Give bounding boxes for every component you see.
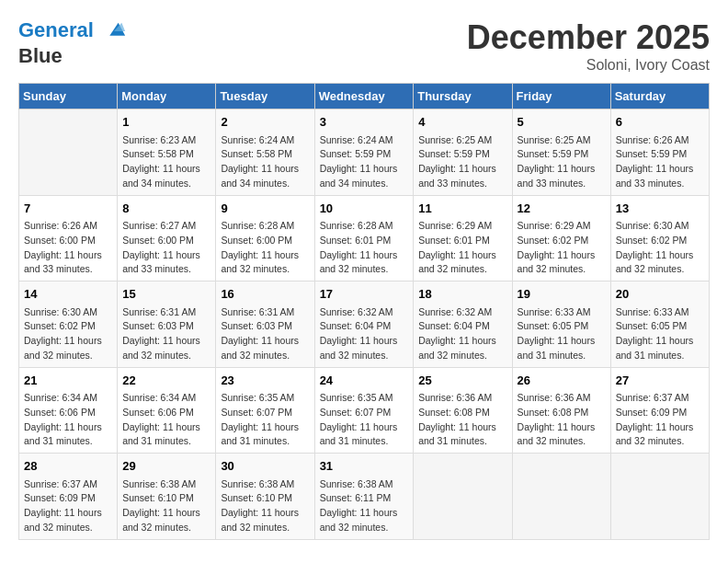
day-number: 17 bbox=[320, 285, 409, 304]
calendar-cell bbox=[512, 454, 610, 540]
calendar-cell bbox=[19, 109, 118, 196]
logo-general: General bbox=[18, 18, 94, 41]
day-detail: Sunrise: 6:24 AM Sunset: 5:59 PM Dayligh… bbox=[320, 133, 409, 191]
calendar-cell: 13Sunrise: 6:30 AM Sunset: 6:02 PM Dayli… bbox=[610, 195, 709, 282]
calendar-cell: 29Sunrise: 6:38 AM Sunset: 6:10 PM Dayli… bbox=[118, 454, 216, 540]
day-detail: Sunrise: 6:30 AM Sunset: 6:02 PM Dayligh… bbox=[616, 219, 704, 277]
day-detail: Sunrise: 6:35 AM Sunset: 6:07 PM Dayligh… bbox=[320, 391, 409, 449]
calendar-cell: 18Sunrise: 6:32 AM Sunset: 6:04 PM Dayli… bbox=[414, 282, 512, 368]
day-detail: Sunrise: 6:34 AM Sunset: 6:06 PM Dayligh… bbox=[24, 391, 112, 449]
day-number: 2 bbox=[221, 113, 309, 132]
day-header: Monday bbox=[118, 84, 216, 109]
calendar-cell: 5Sunrise: 6:25 AM Sunset: 5:59 PM Daylig… bbox=[512, 109, 610, 196]
day-number: 28 bbox=[24, 457, 112, 476]
day-detail: Sunrise: 6:38 AM Sunset: 6:10 PM Dayligh… bbox=[122, 477, 210, 535]
calendar-cell: 27Sunrise: 6:37 AM Sunset: 6:09 PM Dayli… bbox=[610, 367, 709, 454]
day-number: 16 bbox=[221, 285, 309, 304]
calendar-cell: 17Sunrise: 6:32 AM Sunset: 6:04 PM Dayli… bbox=[314, 282, 414, 368]
day-number: 19 bbox=[518, 285, 606, 304]
calendar-cell: 6Sunrise: 6:26 AM Sunset: 5:59 PM Daylig… bbox=[610, 109, 709, 196]
day-detail: Sunrise: 6:26 AM Sunset: 6:00 PM Dayligh… bbox=[24, 219, 112, 277]
day-detail: Sunrise: 6:31 AM Sunset: 6:03 PM Dayligh… bbox=[221, 305, 309, 363]
day-number: 1 bbox=[122, 113, 210, 132]
location: Soloni, Ivory Coast bbox=[467, 57, 710, 74]
calendar-cell: 26Sunrise: 6:36 AM Sunset: 6:08 PM Dayli… bbox=[512, 367, 610, 454]
day-detail: Sunrise: 6:25 AM Sunset: 5:59 PM Dayligh… bbox=[418, 133, 506, 191]
calendar-cell bbox=[414, 454, 512, 540]
day-detail: Sunrise: 6:33 AM Sunset: 6:05 PM Dayligh… bbox=[518, 305, 606, 363]
day-number: 23 bbox=[221, 372, 309, 390]
day-detail: Sunrise: 6:37 AM Sunset: 6:09 PM Dayligh… bbox=[24, 477, 112, 535]
day-number: 8 bbox=[122, 200, 210, 218]
calendar-cell: 23Sunrise: 6:35 AM Sunset: 6:07 PM Dayli… bbox=[216, 367, 314, 454]
calendar-week: 28Sunrise: 6:37 AM Sunset: 6:09 PM Dayli… bbox=[19, 454, 710, 540]
day-number: 25 bbox=[418, 372, 506, 390]
calendar-cell: 9Sunrise: 6:28 AM Sunset: 6:00 PM Daylig… bbox=[216, 195, 314, 282]
calendar-cell: 2Sunrise: 6:24 AM Sunset: 5:58 PM Daylig… bbox=[216, 109, 314, 196]
calendar-week: 21Sunrise: 6:34 AM Sunset: 6:06 PM Dayli… bbox=[19, 367, 710, 454]
logo: General Blue bbox=[18, 18, 127, 68]
day-number: 26 bbox=[518, 372, 606, 390]
calendar-cell: 15Sunrise: 6:31 AM Sunset: 6:03 PM Dayli… bbox=[118, 282, 216, 368]
calendar-cell: 28Sunrise: 6:37 AM Sunset: 6:09 PM Dayli… bbox=[19, 454, 118, 540]
calendar-cell: 21Sunrise: 6:34 AM Sunset: 6:06 PM Dayli… bbox=[19, 367, 118, 454]
calendar-week: 1Sunrise: 6:23 AM Sunset: 5:58 PM Daylig… bbox=[19, 109, 710, 196]
day-number: 9 bbox=[221, 200, 309, 218]
day-detail: Sunrise: 6:25 AM Sunset: 5:59 PM Dayligh… bbox=[518, 133, 606, 191]
day-detail: Sunrise: 6:38 AM Sunset: 6:10 PM Dayligh… bbox=[221, 477, 309, 535]
calendar-body: 1Sunrise: 6:23 AM Sunset: 5:58 PM Daylig… bbox=[19, 109, 710, 540]
calendar-cell: 20Sunrise: 6:33 AM Sunset: 6:05 PM Dayli… bbox=[610, 282, 709, 368]
calendar-cell: 4Sunrise: 6:25 AM Sunset: 5:59 PM Daylig… bbox=[414, 109, 512, 196]
calendar-cell: 31Sunrise: 6:38 AM Sunset: 6:11 PM Dayli… bbox=[314, 454, 414, 540]
day-detail: Sunrise: 6:29 AM Sunset: 6:01 PM Dayligh… bbox=[418, 219, 506, 277]
day-number: 21 bbox=[24, 372, 112, 390]
day-number: 31 bbox=[320, 457, 409, 476]
day-header: Thursday bbox=[414, 84, 512, 109]
calendar-cell: 24Sunrise: 6:35 AM Sunset: 6:07 PM Dayli… bbox=[314, 367, 414, 454]
day-detail: Sunrise: 6:36 AM Sunset: 6:08 PM Dayligh… bbox=[418, 391, 506, 449]
day-detail: Sunrise: 6:27 AM Sunset: 6:00 PM Dayligh… bbox=[122, 219, 210, 277]
calendar-cell: 25Sunrise: 6:36 AM Sunset: 6:08 PM Dayli… bbox=[414, 367, 512, 454]
day-detail: Sunrise: 6:28 AM Sunset: 6:00 PM Dayligh… bbox=[221, 219, 309, 277]
day-detail: Sunrise: 6:31 AM Sunset: 6:03 PM Dayligh… bbox=[122, 305, 210, 363]
day-number: 20 bbox=[616, 285, 704, 304]
calendar-cell: 11Sunrise: 6:29 AM Sunset: 6:01 PM Dayli… bbox=[414, 195, 512, 282]
day-number: 24 bbox=[320, 372, 409, 390]
calendar-cell: 8Sunrise: 6:27 AM Sunset: 6:00 PM Daylig… bbox=[118, 195, 216, 282]
calendar-cell: 1Sunrise: 6:23 AM Sunset: 5:58 PM Daylig… bbox=[118, 109, 216, 196]
calendar-cell: 22Sunrise: 6:34 AM Sunset: 6:06 PM Dayli… bbox=[118, 367, 216, 454]
day-detail: Sunrise: 6:38 AM Sunset: 6:11 PM Dayligh… bbox=[320, 477, 409, 535]
day-number: 10 bbox=[320, 200, 409, 218]
day-number: 15 bbox=[122, 285, 210, 304]
calendar-week: 7Sunrise: 6:26 AM Sunset: 6:00 PM Daylig… bbox=[19, 195, 710, 282]
day-number: 3 bbox=[320, 113, 409, 132]
day-header: Sunday bbox=[19, 84, 118, 109]
day-number: 7 bbox=[24, 200, 112, 218]
calendar-cell: 14Sunrise: 6:30 AM Sunset: 6:02 PM Dayli… bbox=[19, 282, 118, 368]
calendar-week: 14Sunrise: 6:30 AM Sunset: 6:02 PM Dayli… bbox=[19, 282, 710, 368]
calendar-cell: 30Sunrise: 6:38 AM Sunset: 6:10 PM Dayli… bbox=[216, 454, 314, 540]
day-detail: Sunrise: 6:26 AM Sunset: 5:59 PM Dayligh… bbox=[616, 133, 704, 191]
day-detail: Sunrise: 6:35 AM Sunset: 6:07 PM Dayligh… bbox=[221, 391, 309, 449]
logo-blue: Blue bbox=[18, 44, 127, 68]
calendar-cell bbox=[610, 454, 709, 540]
day-detail: Sunrise: 6:28 AM Sunset: 6:01 PM Dayligh… bbox=[320, 219, 409, 277]
calendar-cell: 10Sunrise: 6:28 AM Sunset: 6:01 PM Dayli… bbox=[314, 195, 414, 282]
month-title: December 2025 bbox=[467, 18, 710, 57]
day-number: 12 bbox=[518, 200, 606, 218]
day-detail: Sunrise: 6:37 AM Sunset: 6:09 PM Dayligh… bbox=[616, 391, 704, 449]
calendar-cell: 7Sunrise: 6:26 AM Sunset: 6:00 PM Daylig… bbox=[19, 195, 118, 282]
day-detail: Sunrise: 6:36 AM Sunset: 6:08 PM Dayligh… bbox=[518, 391, 606, 449]
day-detail: Sunrise: 6:23 AM Sunset: 5:58 PM Dayligh… bbox=[122, 133, 210, 191]
day-detail: Sunrise: 6:24 AM Sunset: 5:58 PM Dayligh… bbox=[221, 133, 309, 191]
day-number: 6 bbox=[616, 113, 704, 132]
day-detail: Sunrise: 6:32 AM Sunset: 6:04 PM Dayligh… bbox=[320, 305, 409, 363]
calendar-cell: 3Sunrise: 6:24 AM Sunset: 5:59 PM Daylig… bbox=[314, 109, 414, 196]
page-header: General Blue December 2025 Soloni, Ivory… bbox=[18, 18, 710, 74]
logo-icon bbox=[101, 18, 127, 44]
day-number: 4 bbox=[418, 113, 506, 132]
day-number: 14 bbox=[24, 285, 112, 304]
day-header: Tuesday bbox=[216, 84, 314, 109]
day-number: 5 bbox=[518, 113, 606, 132]
logo-text: General bbox=[18, 18, 127, 44]
